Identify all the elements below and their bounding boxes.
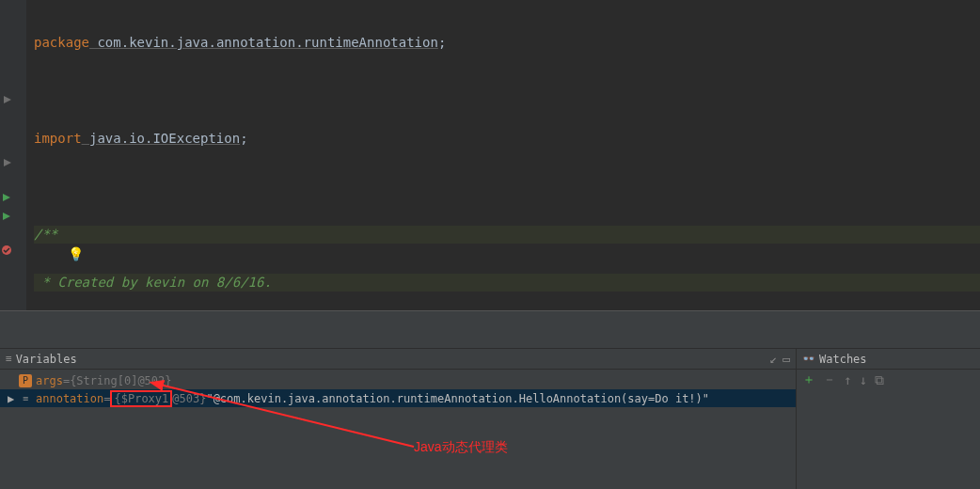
restore-layout-icon[interactable]: ↙ <box>769 349 777 370</box>
blank-expander <box>8 374 17 387</box>
gutter <box>0 0 26 310</box>
watches-title: Watches <box>819 349 867 370</box>
intention-bulb-icon[interactable]: 💡 <box>68 246 84 261</box>
package-path: com.kevin.java.annotation.runtimeAnnotat… <box>89 35 438 50</box>
callout-label: Java动态代理类 <box>414 439 508 456</box>
run-gutter-icon[interactable] <box>2 190 13 201</box>
keyword: package <box>34 35 89 50</box>
param-icon: P <box>19 374 32 387</box>
variable-row[interactable]: ▶ ≡ annotation = {$Proxy1@503} "@com.kev… <box>0 389 796 407</box>
glasses-icon: 👓 <box>802 349 815 370</box>
variable-row[interactable]: P args = {String[0]@502} <box>0 371 796 389</box>
hide-pane-icon[interactable]: ▭ <box>782 349 790 370</box>
copy-icon[interactable]: ⧉ <box>875 372 884 388</box>
object-icon: ≡ <box>19 392 32 405</box>
code-editor[interactable]: package com.kevin.java.annotation.runtim… <box>0 0 980 310</box>
expand-icon[interactable]: ▶ <box>8 392 17 405</box>
fold-marker-icon[interactable] <box>3 92 14 103</box>
code-area[interactable]: package com.kevin.java.annotation.runtim… <box>26 0 980 310</box>
variables-tree[interactable]: P args = {String[0]@502} ▶ ≡ annotation … <box>0 370 796 409</box>
keyword: import <box>34 131 82 146</box>
remove-watch-icon[interactable]: － <box>823 371 836 388</box>
move-down-icon[interactable]: ↓ <box>859 372 866 387</box>
breakpoint-icon[interactable] <box>0 244 11 255</box>
watches-pane: 👓 Watches ＋ － ↑ ↓ ⧉ <box>797 349 980 489</box>
proxy-class-highlight: {$Proxy1 <box>110 390 172 407</box>
import-path: java.io.IOException <box>82 131 241 146</box>
list-icon: ≡ <box>6 349 12 370</box>
debug-panel: ≡ Variables ↙ ▭ P args = {String[0]@502}… <box>0 348 980 489</box>
doc-comment: /** <box>34 227 57 242</box>
watches-header: 👓 Watches <box>797 349 980 370</box>
move-up-icon[interactable]: ↑ <box>844 372 851 387</box>
add-watch-icon[interactable]: ＋ <box>802 371 815 388</box>
watches-toolbar: ＋ － ↑ ↓ ⧉ <box>797 370 980 390</box>
variables-pane: ≡ Variables ↙ ▭ P args = {String[0]@502}… <box>0 349 797 489</box>
run-gutter-icon[interactable] <box>2 209 13 220</box>
variables-header: ≡ Variables ↙ ▭ <box>0 349 796 370</box>
doc-comment: * Created by kevin on 8/6/16. <box>34 275 272 290</box>
panel-divider[interactable] <box>0 310 980 348</box>
variables-title: Variables <box>16 349 77 370</box>
fold-marker-icon[interactable] <box>3 155 14 166</box>
